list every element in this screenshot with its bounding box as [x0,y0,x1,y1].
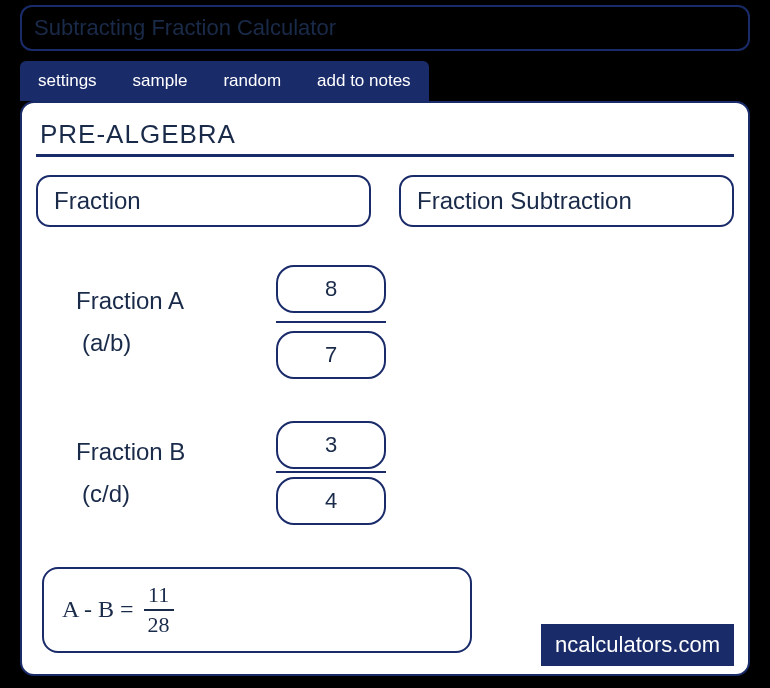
section-heading: PRE-ALGEBRA [36,119,734,157]
brand-badge[interactable]: ncalculators.com [541,624,734,666]
fraction-a-sublabel: (a/b) [82,324,276,362]
fraction-b-row: Fraction B (c/d) [76,421,734,525]
fraction-a-inputs [276,265,386,379]
fraction-a-divider [276,321,386,323]
result-fraction-line [144,609,174,611]
fraction-b-inputs [276,421,386,525]
tab-sample[interactable]: sample [115,61,206,101]
tab-bar: settings sample random add to notes [20,61,750,101]
fraction-a-denominator-input[interactable] [276,331,386,379]
fraction-b-denominator-input[interactable] [276,477,386,525]
fraction-a-label-text: Fraction A [76,287,184,314]
fraction-a-label: Fraction A (a/b) [76,282,276,363]
fraction-a-row: Fraction A (a/b) [76,265,734,379]
chip-fraction-subtraction[interactable]: Fraction Subtraction [399,175,734,227]
result-denominator: 28 [148,613,170,637]
fraction-b-sublabel: (c/d) [82,475,276,513]
page-title: Subtracting Fraction Calculator [20,5,750,51]
chip-fraction[interactable]: Fraction [36,175,371,227]
fraction-b-label-text: Fraction B [76,438,185,465]
result-box: A - B = 11 28 [42,567,472,653]
fraction-b-numerator-input[interactable] [276,421,386,469]
fraction-a-numerator-input[interactable] [276,265,386,313]
fraction-b-label: Fraction B (c/d) [76,433,276,514]
fraction-b-divider [276,471,386,473]
result-prefix: A - B = [62,596,134,623]
main-panel: PRE-ALGEBRA Fraction Fraction Subtractio… [20,101,750,676]
result-numerator: 11 [148,583,169,607]
tab-random[interactable]: random [205,61,299,101]
tab-settings[interactable]: settings [20,61,115,101]
chip-row: Fraction Fraction Subtraction [36,175,734,227]
tab-add-to-notes[interactable]: add to notes [299,61,429,101]
result-fraction: 11 28 [144,583,174,637]
